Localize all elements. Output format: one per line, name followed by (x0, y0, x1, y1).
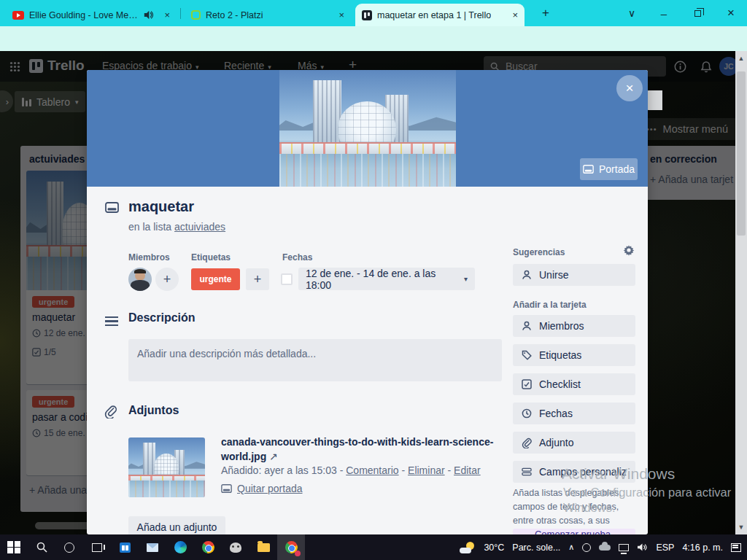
taskbar-search-button[interactable] (28, 534, 55, 560)
edit-link[interactable]: Editar (454, 464, 481, 476)
folder-icon (258, 543, 270, 552)
cover-button[interactable]: Portada (580, 158, 638, 180)
page-scrollbar[interactable]: ▲ ▼ (735, 51, 747, 534)
cortana-button[interactable] (55, 534, 83, 560)
windows-taskbar: 30°C Parc. sole... ∧ ESP 4:16 p. m. (0, 534, 747, 560)
screen: Ellie Goulding - Love Me Like × Reto 2 -… (0, 0, 747, 560)
dates-label: Fechas (282, 252, 312, 262)
card-subtitle: en la lista actuiviades (128, 221, 225, 233)
start-button[interactable] (0, 534, 28, 560)
windows-logo-icon (7, 541, 20, 554)
notification-badge (295, 551, 301, 556)
volume-icon[interactable] (637, 542, 648, 552)
sidebar-attachment-button[interactable]: Adjunto (513, 432, 635, 454)
gimp-icon (230, 542, 241, 553)
task-view-button[interactable] (83, 534, 111, 560)
tab-close-icon[interactable]: × (512, 9, 518, 20)
scrollbar-thumb[interactable] (737, 71, 746, 236)
tab-title: maquetar en etapa 1 | Trello (377, 10, 491, 20)
description-input[interactable]: Añadir una descripción más detallada... (128, 339, 502, 381)
add-member-button[interactable]: + (155, 268, 179, 291)
store-icon (120, 542, 131, 553)
card-modal: × Portada maquetar en la lista actuiviad… (87, 70, 648, 534)
tray-clock[interactable]: 4:16 p. m. (682, 542, 723, 553)
tab-close-icon[interactable]: × (338, 9, 344, 20)
platzi-icon (191, 10, 201, 20)
gimp-button[interactable] (222, 534, 249, 560)
member-avatar[interactable] (128, 268, 152, 291)
start-free-trial-button[interactable]: Comenzar prueba gratis (513, 529, 635, 534)
custom-fields-promo-text: Añada listas desplegables, campos de tex… (513, 486, 631, 534)
scroll-up-arrow[interactable]: ▲ (735, 52, 747, 64)
sidebar-custom-fields-button[interactable]: Campos personaliz (513, 461, 635, 483)
sidebar-checklist-button[interactable]: Checklist (513, 373, 635, 395)
search-icon (36, 542, 47, 553)
edge-button[interactable] (166, 534, 194, 560)
file-explorer-button[interactable] (249, 534, 277, 560)
sidebar-dates-button[interactable]: Fechas (513, 402, 635, 424)
scroll-down-arrow[interactable]: ▼ (735, 521, 747, 533)
attachment-thumbnail[interactable] (128, 438, 205, 497)
clock-icon (522, 408, 532, 419)
tag-icon (522, 350, 532, 360)
card-title[interactable]: maquetar (128, 198, 194, 215)
person-icon (522, 270, 532, 280)
comment-link[interactable]: Comentario (346, 464, 398, 476)
chrome-active-window-button[interactable] (277, 534, 305, 560)
attachments-paperclip-icon (104, 405, 117, 419)
attachment-meta: Añadido: ayer a las 15:03 - Comentario -… (221, 464, 481, 476)
tray-language[interactable]: ESP (656, 542, 674, 553)
action-center-icon[interactable] (731, 543, 741, 552)
gear-icon[interactable] (623, 244, 635, 256)
tab-title: Ellie Goulding - Love Me Like (29, 10, 139, 20)
microsoft-store-button[interactable] (111, 534, 139, 560)
tab-trello-active[interactable]: maquetar en etapa 1 | Trello × (355, 4, 525, 26)
add-label-button[interactable]: + (246, 268, 269, 290)
youtube-icon (12, 11, 24, 20)
join-button[interactable]: Unirse (513, 264, 635, 286)
sidebar-labels-button[interactable]: Etiquetas (513, 344, 635, 366)
onedrive-cloud-icon[interactable] (599, 545, 611, 551)
label-chip-urgente[interactable]: urgente (191, 268, 240, 290)
tray-app-icon[interactable] (582, 543, 591, 552)
system-tray: 30°C Parc. sole... ∧ ESP 4:16 p. m. (460, 541, 747, 554)
minimize-button[interactable]: – (649, 0, 678, 26)
date-checkbox[interactable] (281, 273, 293, 285)
add-attachment-button[interactable]: Añada un adjunto (128, 516, 225, 534)
attachments-title: Adjuntos (128, 404, 179, 417)
modal-close-button[interactable]: × (616, 75, 643, 101)
attachment-filename[interactable]: canada-vancouver-things-to-do-with-kids-… (221, 435, 506, 464)
sidebar-members-button[interactable]: Miembros (513, 315, 635, 337)
weather-icon[interactable] (460, 541, 476, 554)
window-close-button[interactable]: × (716, 0, 746, 26)
tray-weather-text[interactable]: Parc. sole... (512, 542, 560, 553)
tab-platzi[interactable]: Reto 2 - Platzi × (185, 4, 351, 26)
remove-cover-link[interactable]: Quitar portada (221, 483, 303, 494)
list-link[interactable]: actuiviades (174, 221, 225, 233)
tab-youtube[interactable]: Ellie Goulding - Love Me Like × (6, 4, 177, 26)
tray-expand-chevron[interactable]: ∧ (568, 542, 574, 552)
trello-page: Trello Espacios de trabajo▾ Reciente▾ Má… (0, 51, 747, 534)
tab-search-icon[interactable]: ∨ (617, 0, 646, 26)
browser-tab-strip: Ellie Goulding - Love Me Like × Reto 2 -… (0, 0, 747, 26)
chrome-button[interactable] (194, 534, 222, 560)
tray-temperature[interactable]: 30°C (484, 542, 504, 553)
add-to-card-label: Añadir a la tarjeta (513, 300, 635, 310)
tab-audio-icon[interactable] (144, 10, 153, 20)
new-tab-button[interactable]: + (535, 0, 557, 26)
cortana-icon (64, 542, 74, 553)
labels-label: Etiquetas (191, 252, 231, 262)
card-cover-photo (279, 70, 456, 187)
delete-link[interactable]: Eliminar (408, 464, 445, 476)
trello-icon (362, 10, 372, 20)
description-icon (105, 316, 118, 326)
chevron-down-icon: ▾ (464, 275, 468, 283)
network-icon[interactable] (619, 544, 629, 551)
restore-button[interactable] (683, 0, 712, 26)
suggestions-label: Sugerencias (513, 247, 635, 257)
date-range-button[interactable]: 12 de ene. - 14 de ene. a las 18:00 ▾ (298, 268, 475, 290)
task-view-icon (92, 543, 102, 552)
mail-button[interactable] (139, 534, 166, 560)
card-title-icon (105, 202, 119, 213)
tab-close-icon[interactable]: × (164, 9, 170, 20)
